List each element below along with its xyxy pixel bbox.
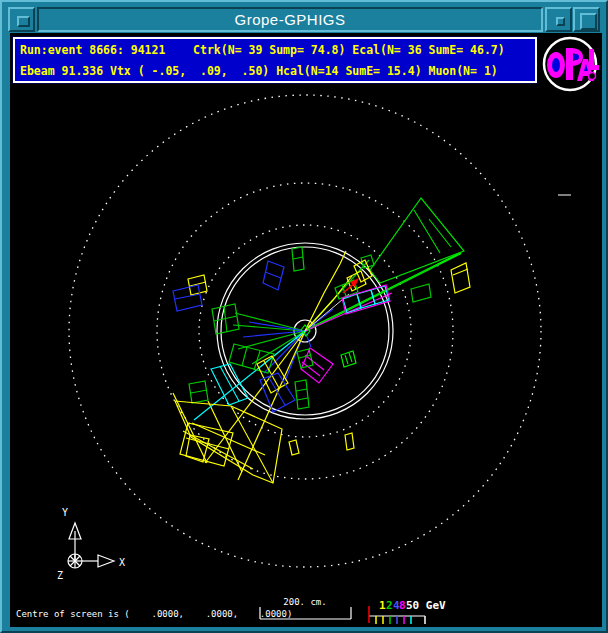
y-axis-label: Y bbox=[62, 507, 68, 518]
cluster bbox=[451, 263, 470, 293]
cluster-divider bbox=[293, 257, 303, 259]
energy-scale-legend: 124850 GeV bbox=[369, 599, 446, 624]
x-axis-label: X bbox=[119, 557, 125, 568]
cluster bbox=[370, 198, 464, 283]
scale-bar-label: 200. cm. bbox=[283, 597, 326, 607]
axis-indicator: Y X Z bbox=[57, 507, 125, 581]
opal-logo bbox=[539, 35, 603, 95]
opal-logo-letter-l bbox=[589, 49, 599, 70]
cluster-divider bbox=[345, 355, 348, 364]
legend-label: 2 bbox=[386, 599, 393, 612]
cluster bbox=[411, 284, 431, 302]
cluster-divider bbox=[220, 366, 239, 401]
cluster-divider bbox=[183, 431, 253, 469]
legend-label: 8 bbox=[399, 599, 406, 612]
cluster bbox=[295, 380, 309, 409]
legend-label: 50 GeV bbox=[406, 599, 446, 612]
cluster-divider bbox=[191, 390, 207, 393]
legend-label: 1 bbox=[379, 599, 386, 612]
z-axis-label: Z bbox=[57, 570, 63, 581]
cluster-divider bbox=[175, 294, 200, 299]
run-info-line2: Ebeam 91.336 Vtx ( -.05, .09, .50) Hcal(… bbox=[15, 60, 535, 81]
application-window: Grope-GPHIGS Run:event 8666: 94121 Ctrk(… bbox=[0, 0, 608, 633]
event-graphics: Y X Z 200. cm. 124850 GeV bbox=[2, 2, 608, 633]
cluster-divider bbox=[453, 269, 468, 275]
cluster-divider bbox=[305, 355, 324, 370]
run-info-line1: Run:event 8666: 94121 Ctrk(N= 39 Sump= 7… bbox=[15, 39, 535, 60]
cluster bbox=[289, 440, 299, 455]
cluster-divider bbox=[429, 219, 451, 247]
cluster-divider bbox=[296, 389, 307, 391]
cluster bbox=[345, 433, 354, 450]
cluster-divider bbox=[297, 398, 308, 400]
cluster-divider bbox=[265, 272, 281, 278]
cluster bbox=[341, 351, 356, 367]
cluster-divider bbox=[242, 347, 247, 366]
centre-of-screen-status: Centre of screen is ( .0000, .0000, .000… bbox=[16, 609, 292, 619]
run-info-banner: Run:event 8666: 94121 Ctrk(N= 39 Sump= 7… bbox=[13, 37, 537, 83]
track bbox=[194, 331, 305, 420]
cluster-divider bbox=[349, 353, 352, 362]
